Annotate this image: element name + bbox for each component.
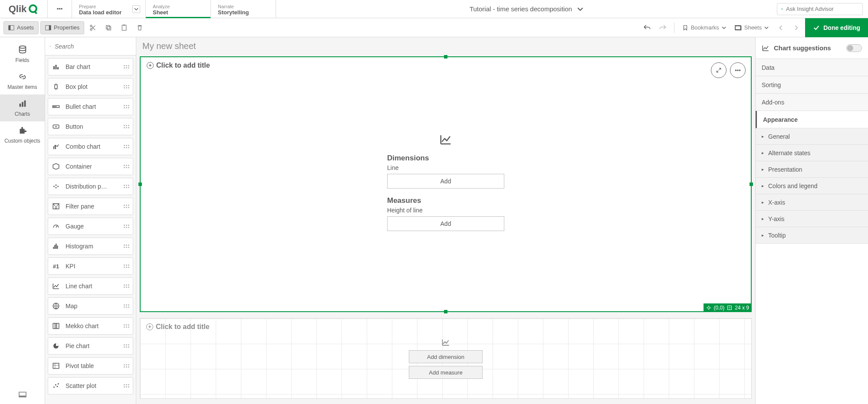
appearance-item[interactable]: ▸Tooltip [756,227,868,244]
redo-button[interactable] [656,21,670,34]
props-section-appearance[interactable]: Appearance [756,111,868,128]
asset-item[interactable]: #1KPI [48,257,133,275]
drag-handle-icon[interactable] [124,324,129,328]
drag-handle-icon[interactable] [124,284,129,288]
resize-handle-right[interactable] [750,182,753,186]
assets-search-input[interactable] [55,43,132,50]
resize-handle-bottom[interactable] [444,310,447,313]
add-meas-label: Add [441,220,451,227]
drag-handle-icon[interactable] [124,105,129,108]
resize-handle-top[interactable] [444,55,447,59]
asset-label: Bullet chart [66,103,96,110]
chart-object-1[interactable]: + Click to add title ••• Dimensions Line… [140,56,752,312]
tab-analyze[interactable]: Analyze Sheet [146,0,211,18]
asset-item[interactable]: Bar chart [48,58,133,75]
paste-button[interactable] [117,21,131,34]
asset-item[interactable]: Button [48,118,133,135]
add-measure-button[interactable]: Add [387,216,504,231]
drag-handle-icon[interactable] [124,344,129,348]
chart1-title[interactable]: + Click to add title [141,57,751,74]
svg-point-2 [781,8,783,10]
sheet-title[interactable]: My new sheet [136,37,755,55]
resize-handle-left[interactable] [138,182,142,186]
drag-handle-icon[interactable] [124,125,129,128]
asset-item[interactable]: Map [48,297,133,315]
sheets-menu[interactable]: Sheets [731,21,772,34]
tab-prepare[interactable]: Prepare Data load editor [72,0,146,18]
chart2-title[interactable]: + Click to add title [140,319,751,335]
chart-type-icon [52,63,60,71]
prev-sheet-button[interactable] [774,21,788,34]
drag-handle-icon[interactable] [124,65,129,68]
asset-label: Container [66,163,92,170]
props-section-addons[interactable]: Add-ons [756,94,868,111]
drag-handle-icon[interactable] [124,145,129,148]
rail-master-items[interactable]: Master items [0,68,45,94]
bookmarks-menu[interactable]: Bookmarks [679,21,730,34]
asset-item[interactable]: Histogram [48,238,133,255]
drag-handle-icon[interactable] [124,384,129,388]
appearance-item[interactable]: ▸General [756,128,868,145]
asset-item[interactable]: Mekko chart [48,317,133,335]
asset-item[interactable]: Line chart [48,277,133,295]
copy-button[interactable] [102,21,115,34]
appearance-item[interactable]: ▸X-axis [756,194,868,211]
drag-handle-icon[interactable] [124,304,129,308]
assets-search[interactable] [45,37,136,55]
tab-narrate[interactable]: Narrate Storytelling [211,0,276,18]
appearance-item[interactable]: ▸Presentation [756,161,868,178]
chart-suggestions-toggle[interactable] [846,44,862,52]
asset-item[interactable]: Pivot table [48,357,133,375]
caret-right-icon: ▸ [762,216,764,221]
drag-handle-icon[interactable] [124,225,129,228]
asset-item[interactable]: Box plot [48,78,133,95]
asset-item[interactable]: Bullet chart [48,98,133,115]
app-more-button[interactable]: ••• [48,0,72,18]
add-measure-button-2[interactable]: Add measure [409,366,483,379]
asset-item[interactable]: Distribution p… [48,178,133,195]
undo-button[interactable] [640,21,654,34]
sect-addons-label: Add-ons [762,99,784,106]
drag-handle-icon[interactable] [124,244,129,248]
insight-search-input[interactable] [786,6,859,12]
next-sheet-button[interactable] [789,21,803,34]
drag-handle-icon[interactable] [124,264,129,268]
asset-item[interactable]: Pie chart [48,337,133,355]
drag-handle-icon[interactable] [124,205,129,208]
asset-item[interactable]: Filter pane [48,198,133,215]
drag-handle-icon[interactable] [124,364,129,368]
add-dimension-button-2[interactable]: Add dimension [409,350,483,363]
asset-label: Gauge [66,223,84,230]
cut-button[interactable] [86,21,100,34]
svg-rect-46 [56,244,56,249]
done-editing-button[interactable]: Done editing [805,18,868,37]
rail-charts[interactable]: Charts [0,94,45,121]
asset-item[interactable]: Scatter plot [48,377,133,394]
drag-handle-icon[interactable] [124,185,129,188]
drag-handle-icon[interactable] [124,165,129,168]
fullscreen-button[interactable] [711,62,727,78]
appearance-item[interactable]: ▸Y-axis [756,211,868,227]
dimensions-sub: Line [387,164,504,171]
qlik-logo[interactable]: Qlik [0,0,48,18]
drag-handle-icon[interactable] [124,85,129,88]
asset-item[interactable]: Gauge [48,218,133,235]
rail-fields[interactable]: Fields [0,41,45,68]
appearance-item[interactable]: ▸Alternate states [756,145,868,161]
rail-bottom-toggle[interactable] [14,387,31,404]
asset-item[interactable]: Container [48,158,133,175]
properties-toggle[interactable]: Properties [40,21,84,34]
props-section-sorting[interactable]: Sorting [756,76,868,94]
app-title[interactable]: Tutorial - time series decomposition [276,0,777,18]
rail-custom-objects[interactable]: Custom objects [0,121,45,148]
add-dimension-button[interactable]: Add [387,174,504,189]
asset-item[interactable]: Combo chart [48,138,133,155]
appearance-item[interactable]: ▸Colors and legend [756,178,868,194]
delete-button[interactable] [133,21,147,34]
insight-search[interactable] [777,3,863,15]
assets-toggle[interactable]: Assets [3,21,39,34]
chart-more-button[interactable]: ••• [730,62,746,78]
chart-object-2[interactable]: + Click to add title Add dimension Add m… [140,318,752,399]
props-section-data[interactable]: Data [756,59,868,76]
tab-prepare-chevron[interactable] [132,5,140,13]
